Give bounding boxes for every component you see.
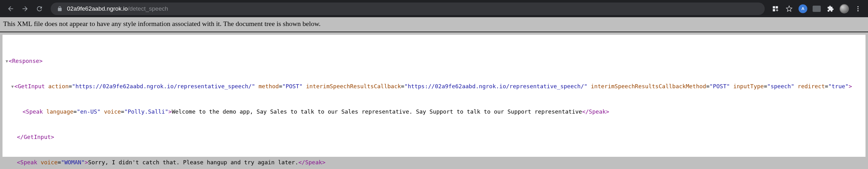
equals: = [58,159,61,166]
attr-value: "POST" [710,83,730,89]
xml-notice: This XML file does not appear to have an… [0,17,868,32]
bookmark-button[interactable] [783,3,795,15]
arrow-right-icon [21,5,29,12]
kebab-icon [855,5,861,12]
tag-close: </Speak> [582,108,609,115]
forward-button[interactable] [19,2,31,15]
attr-name: voice [41,159,58,166]
attr-name: method [258,83,279,89]
attr-value: "POST" [282,83,303,89]
back-button[interactable] [4,2,17,15]
lock-icon [57,6,63,11]
xml-text-content: Sorry, I didn't catch that. Please hangu… [88,159,299,166]
attr-name: language [46,108,73,115]
url-text: 02a9fe62aabd.ngrok.io/detect_speech [67,5,168,12]
tag-open: <Speak [23,108,43,115]
tag-close: </Speak> [299,159,326,166]
svg-point-2 [857,10,859,11]
menu-button[interactable] [852,3,864,15]
attr-value: "en-US" [77,108,100,115]
attr-name: redirect [798,83,825,89]
arrow-left-icon [7,5,14,12]
install-app-icon[interactable] [770,3,781,15]
equals: = [279,83,282,89]
equals: = [825,83,828,89]
extensions-button[interactable] [825,3,836,15]
extension-2[interactable] [811,3,822,15]
xml-line-getinput-close: </GetInput> [6,133,862,141]
xml-line-speak2: <Speak voice="WOMAN">Sorry, I didn't cat… [6,158,862,167]
tag-close-bracket: > [168,108,172,115]
xml-text-content: Welcome to the demo app, Say Sales to ta… [172,108,582,115]
equals: = [73,108,77,115]
svg-point-1 [857,8,859,9]
attr-value: "speech" [767,83,795,89]
equals: = [121,108,124,115]
xml-line-response-open: ▼<Response> [6,57,862,65]
attr-name: interimSpeechResultsCallbackMethod [591,83,706,89]
attr-value: "true" [828,83,848,89]
equals: = [68,83,72,89]
tag-open: <Response> [9,58,42,64]
attr-name: action [48,83,68,89]
attr-name: inputType [733,83,764,89]
grid-plus-icon [772,5,779,12]
tag-close-bracket: > [85,159,88,166]
page-content: This XML file does not appear to have an… [0,17,868,157]
tag-open: <GetInput [14,83,45,89]
tag-close-bracket: > [848,83,852,89]
toggle-arrow-icon[interactable]: ▼ [11,84,14,90]
attr-value: "WOMAN" [61,159,85,166]
extension-circle-icon: A [799,4,807,13]
profile-button[interactable] [839,3,850,15]
toolbar-right: A [770,3,864,15]
reload-button[interactable] [33,2,46,15]
attr-value: "https://02a9fe62aabd.ngrok.io/represent… [404,83,587,89]
extension-box-icon [813,6,821,12]
url-path: /detect_speech [128,5,168,12]
puzzle-icon [827,5,834,12]
equals: = [706,83,710,89]
attr-name: voice [104,108,121,115]
toggle-arrow-icon[interactable]: ▼ [6,58,8,64]
reload-icon [36,5,43,12]
tag-open: <Speak [17,159,37,166]
extension-1[interactable]: A [797,3,809,15]
equals: = [401,83,404,89]
browser-toolbar: 02a9fe62aabd.ngrok.io/detect_speech A [0,0,868,17]
star-icon [786,5,793,12]
xml-tree: ▼<Response> ▼<GetInput action="https://0… [2,35,866,157]
tag-close: </GetInput> [17,134,54,140]
equals: = [764,83,767,89]
attr-value: "https://02a9fe62aabd.ngrok.io/represent… [72,83,255,89]
attr-name: interimSpeechResultsCallback [306,83,401,89]
xml-line-speak1: <Speak language="en-US" voice="Polly.Sal… [6,107,862,116]
attr-value: "Polly.Salli" [124,108,168,115]
avatar-icon [839,4,849,13]
url-host: 02a9fe62aabd.ngrok.io [67,5,128,12]
xml-line-getinput-open: ▼<GetInput action="https://02a9fe62aabd.… [6,82,862,90]
svg-point-0 [857,6,859,7]
address-bar[interactable]: 02a9fe62aabd.ngrok.io/detect_speech [51,2,765,15]
